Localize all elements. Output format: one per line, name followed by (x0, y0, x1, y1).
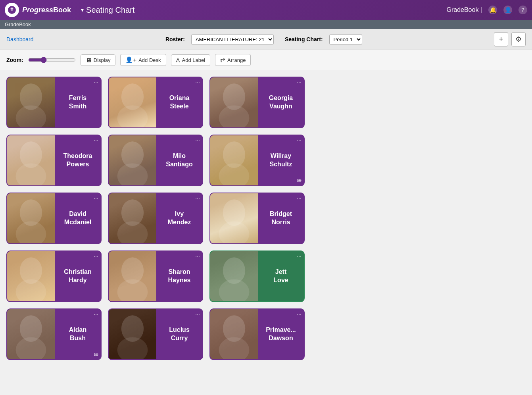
desk-card-david-mcdaniel[interactable]: ···David Mcdaniel (6, 193, 102, 244)
student-photo-ferris-smith (7, 77, 55, 128)
add-desk-icon: 👤+ (125, 56, 136, 64)
gradebook-label: GradeBook | (446, 6, 482, 13)
desk-name-area-milo-santiago: ···Milo Santiago (156, 135, 202, 185)
svg-point-22 (117, 279, 148, 302)
desk-card-theodora-powers[interactable]: ···Theodora Powers (6, 135, 102, 186)
add-desk-ctrl-button[interactable]: 👤+ Add Desk (120, 54, 166, 66)
logo-icon (5, 3, 19, 17)
desk-menu-theodora-powers[interactable]: ··· (94, 137, 98, 143)
seating-row-0: ···Ferris Smith ···Oriana Steele ···Geor… (6, 77, 526, 128)
student-name-theodora-powers: Theodora Powers (63, 152, 92, 169)
desk-menu-georgia-vaughn[interactable]: ··· (297, 79, 302, 85)
add-desk-button[interactable]: + (494, 32, 508, 46)
display-button[interactable]: 🖥 Display (81, 54, 116, 66)
add-label-button[interactable]: A Add Label (171, 54, 211, 66)
svg-point-20 (16, 279, 46, 302)
desk-card-primave-dawson[interactable]: ···Primave... Dawson (209, 308, 305, 360)
page-title-area: ▾ Seating Chart (81, 6, 134, 15)
svg-point-16 (117, 221, 148, 244)
desk-badge-aidan-bush: æ (94, 351, 98, 357)
arrange-icon: ⇄ (220, 56, 225, 64)
desk-name-area-lucius-curry: ···Lucius Curry (156, 309, 202, 359)
student-photo-georgia-vaughn (210, 77, 258, 128)
student-photo-sharon-haynes (109, 251, 156, 302)
svg-point-26 (16, 337, 46, 360)
settings-button[interactable]: ⚙ (511, 32, 526, 46)
desk-card-willray-schultz[interactable]: ···Willray Schultzæ (209, 135, 305, 186)
desk-menu-jett-love[interactable]: ··· (297, 253, 302, 259)
desk-name-area-georgia-vaughn: ···Georgia Vaughn (258, 77, 304, 127)
desk-card-christian-hardy[interactable]: ···Christian Hardy (6, 250, 102, 302)
desk-menu-milo-santiago[interactable]: ··· (195, 137, 200, 143)
desk-menu-david-mcdaniel[interactable]: ··· (94, 195, 98, 201)
help-icon[interactable]: ? (519, 6, 527, 14)
desk-name-area-ferris-smith: ···Ferris Smith (55, 77, 101, 127)
desk-card-jett-love[interactable]: ···Jett Love (209, 250, 305, 302)
student-name-willray-schultz: Willray Schultz (270, 152, 292, 169)
svg-point-18 (219, 221, 250, 244)
desk-name-area-oriana-steele: ···Oriana Steele (156, 77, 202, 127)
svg-point-6 (219, 105, 250, 128)
student-name-ivy-mendez: Ivy Mendez (168, 210, 191, 227)
svg-point-8 (16, 163, 46, 186)
student-name-jett-love: Jett Love (273, 268, 288, 285)
user-icon[interactable]: 👤 (503, 6, 512, 14)
svg-point-12 (219, 163, 250, 186)
seating-row-1: ···Theodora Powers ···Milo Santiago ···W… (6, 135, 526, 186)
desk-menu-sharon-haynes[interactable]: ··· (195, 253, 200, 259)
seating-row-4: ···Aidan Bushæ ···Lucius Curry ···Primav… (6, 308, 526, 360)
nav-right: GradeBook | 🔔 👤 ? (446, 6, 527, 14)
desk-menu-bridget-norris[interactable]: ··· (297, 195, 302, 201)
desk-name-area-christian-hardy: ···Christian Hardy (55, 251, 101, 301)
desk-menu-lucius-curry[interactable]: ··· (195, 311, 200, 317)
desk-name-area-theodora-powers: ···Theodora Powers (55, 135, 101, 185)
roster-select[interactable]: AMERICAN LITERATURE: 21 (191, 34, 274, 45)
desk-menu-aidan-bush[interactable]: ··· (94, 311, 98, 317)
desk-menu-oriana-steele[interactable]: ··· (195, 79, 200, 85)
student-name-milo-santiago: Milo Santiago (166, 152, 193, 169)
desk-menu-ivy-mendez[interactable]: ··· (195, 195, 200, 201)
desk-name-area-jett-love: ···Jett Love (258, 251, 304, 301)
student-name-sharon-haynes: Sharon Haynes (168, 268, 191, 285)
dashboard-link[interactable]: Dashboard (6, 36, 34, 42)
top-navbar: ProgressBook ▾ Seating Chart GradeBook |… (0, 0, 532, 20)
sub-header: GradeBook (0, 20, 532, 29)
add-label-icon: A (176, 57, 180, 64)
desk-card-lucius-curry[interactable]: ···Lucius Curry (108, 308, 203, 360)
student-name-primave-dawson: Primave... Dawson (266, 326, 296, 343)
desk-card-ferris-smith[interactable]: ···Ferris Smith (6, 77, 102, 128)
desk-card-milo-santiago[interactable]: ···Milo Santiago (108, 135, 203, 186)
desk-card-oriana-steele[interactable]: ···Oriana Steele (108, 77, 203, 128)
controls-bar: Zoom: 🖥 Display 👤+ Add Desk A Add Label … (0, 50, 532, 70)
student-photo-david-mcdaniel (7, 193, 55, 244)
desk-name-area-primave-dawson: ···Primave... Dawson (258, 309, 304, 359)
svg-point-10 (117, 163, 148, 186)
roster-label: Roster: (165, 36, 185, 42)
desk-name-area-ivy-mendez: ···Ivy Mendez (156, 193, 202, 243)
svg-point-28 (117, 337, 148, 360)
desk-menu-ferris-smith[interactable]: ··· (94, 79, 98, 85)
desk-badge-willray-schultz: æ (297, 177, 302, 183)
student-photo-theodora-powers (7, 135, 55, 186)
toolbar-bar: Dashboard Roster: AMERICAN LITERATURE: 2… (0, 29, 532, 50)
period-select[interactable]: Period 1 (329, 34, 362, 45)
toolbar-right: + ⚙ (494, 32, 526, 46)
student-photo-bridget-norris (210, 193, 258, 244)
desk-card-aidan-bush[interactable]: ···Aidan Bushæ (6, 308, 102, 360)
seating-row-2: ···David Mcdaniel ···Ivy Mendez ···Bridg… (6, 193, 526, 244)
student-photo-oriana-steele (109, 77, 156, 128)
desk-menu-christian-hardy[interactable]: ··· (94, 253, 98, 259)
student-photo-milo-santiago (109, 135, 156, 186)
arrange-button[interactable]: ⇄ Arrange (215, 54, 251, 66)
seating-chart-label: Seating Chart: (285, 36, 323, 42)
desk-card-bridget-norris[interactable]: ···Bridget Norris (209, 193, 305, 244)
student-name-oriana-steele: Oriana Steele (169, 94, 190, 111)
desk-menu-primave-dawson[interactable]: ··· (297, 311, 302, 317)
desk-menu-willray-schultz[interactable]: ··· (297, 137, 302, 143)
desk-card-ivy-mendez[interactable]: ···Ivy Mendez (108, 193, 203, 244)
student-photo-primave-dawson (210, 309, 258, 360)
zoom-slider[interactable] (28, 57, 76, 63)
desk-card-georgia-vaughn[interactable]: ···Georgia Vaughn (209, 77, 305, 128)
desk-card-sharon-haynes[interactable]: ···Sharon Haynes (108, 250, 203, 302)
notifications-icon[interactable]: 🔔 (488, 6, 497, 14)
